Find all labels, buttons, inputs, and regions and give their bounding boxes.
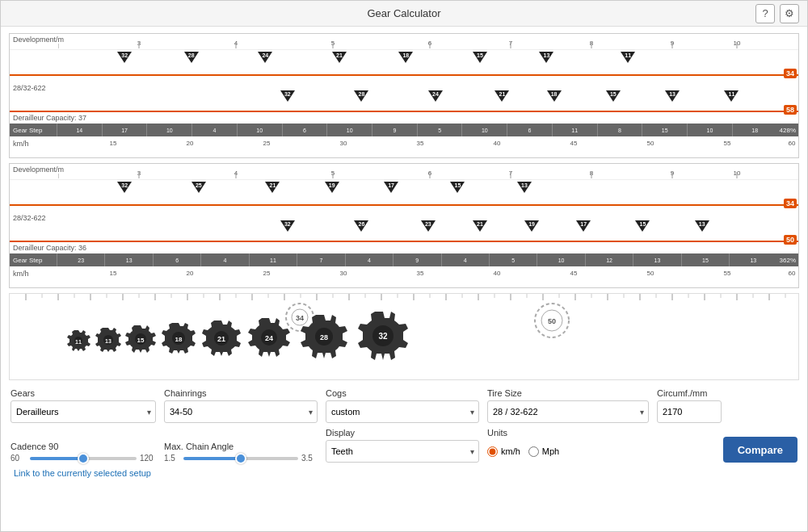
svg-text:55: 55	[724, 140, 731, 147]
cadence-slider-row: 60 120	[11, 454, 156, 463]
cogs-select[interactable]: custom 11-28 11-32	[326, 400, 479, 423]
kmh-label-2: km/h	[10, 270, 57, 278]
chainring-indicator-50: 50	[533, 302, 570, 339]
ruler-svg-2: 3 4 5 6 7 8 9 10 11	[58, 164, 798, 180]
chart-panel-2: Development/m 3 4 5 6 7 8 9	[9, 163, 799, 288]
mph-radio[interactable]	[528, 446, 539, 457]
dev-label-2: Development/m	[13, 165, 64, 174]
gears-label: Gears	[11, 388, 156, 398]
svg-text:30: 30	[340, 140, 347, 147]
compare-button[interactable]: Compare	[723, 437, 797, 463]
svg-text:30: 30	[340, 270, 347, 277]
cogs-select-wrapper: custom 11-28 11-32 ▾	[326, 400, 479, 423]
setup-link[interactable]: Link to the currently selected setup	[11, 467, 154, 480]
cog-18: 18	[162, 321, 196, 358]
svg-text:32: 32	[378, 332, 388, 341]
chart-panel-1: Development/m 3 4 5 6 7 8 9	[9, 33, 799, 158]
kmh-row-1: km/h 15 20 25 30 35 40 45 50 55 60	[10, 136, 798, 151]
svg-text:40: 40	[494, 270, 501, 277]
tire-select-wrapper: 28 / 32-622 25 / 32-622 ▾	[487, 400, 649, 423]
tire-select[interactable]: 28 / 32-622 25 / 32-622	[487, 400, 649, 423]
circumf-group: Circumf./mm	[657, 388, 722, 423]
chainrings-group: Chainrings 34-50 34-52 36-52 ▾	[164, 388, 318, 423]
svg-text:15: 15	[137, 337, 145, 344]
chain-angle-group: Max. Chain Angle 1.5 3.5	[164, 442, 318, 463]
cadence-label: Cadence 90	[11, 442, 156, 451]
kmh-svg-1: 15 20 25 30 35 40 45 50 55 60	[57, 136, 798, 150]
chainrings-select[interactable]: 34-50 34-52 36-52	[164, 400, 318, 423]
titlebar-icons: ? ⚙	[755, 4, 799, 23]
units-group: Units km/h Mph	[487, 428, 559, 463]
chainrings-label: Chainrings	[164, 388, 318, 398]
svg-text:50: 50	[647, 140, 654, 147]
cadence-slider[interactable]	[30, 457, 137, 460]
main-content: Development/m 3 4 5 6 7 8 9	[1, 27, 807, 531]
circumf-input[interactable]	[657, 400, 722, 423]
chainring-label-2: 28/32-622	[13, 214, 46, 222]
kmh-svg-2: 15 20 25 30 35 40 45 50 55 60	[57, 266, 798, 280]
derailleur-cap-2: Derailleur Capacity: 36	[13, 244, 86, 252]
top-markers-2: 32 25 21 19	[58, 182, 798, 206]
display-select-wrapper: Teeth Gear number Development ▾	[326, 440, 479, 463]
svg-text:28: 28	[320, 333, 328, 341]
gear-visual-area: // Generate tick marks via inline conten…	[9, 293, 799, 380]
svg-text:45: 45	[570, 270, 578, 277]
svg-text:11: 11	[75, 339, 82, 345]
top-tick-marks	[10, 294, 798, 304]
titlebar: Gear Calculator ? ⚙	[1, 1, 807, 27]
chainring-label-1: 28/32-622	[13, 84, 46, 92]
units-label: Units	[487, 428, 559, 438]
gears-select[interactable]: Derailleurs Single speed IGH	[11, 400, 156, 423]
chain-angle-slider-row: 1.5 3.5	[164, 454, 318, 463]
cog-21: 21	[202, 319, 241, 360]
kmh-row-2: km/h 15 20 25 30 35 40 45 50 55 60	[10, 266, 798, 281]
svg-text:24: 24	[265, 334, 273, 342]
svg-text:20: 20	[187, 140, 194, 147]
gear-step-label-1: Gear Step	[10, 127, 57, 134]
help-button[interactable]: ?	[755, 4, 775, 23]
cog-28: 28	[301, 313, 347, 362]
svg-text:35: 35	[417, 140, 424, 147]
tire-label: Tire Size	[487, 388, 649, 398]
chain-angle-slider[interactable]	[183, 457, 298, 460]
controls-row-2: Cadence 90 60 120 Max. Chain Angle 1.5 3…	[11, 428, 797, 463]
svg-text:25: 25	[263, 140, 271, 147]
cogs-group: Cogs custom 11-28 11-32 ▾	[326, 388, 479, 423]
cog-24: 24	[248, 316, 290, 361]
display-select[interactable]: Teeth Gear number Development	[326, 440, 479, 463]
gear-pct-1: 428%	[777, 127, 798, 134]
bottom-markers-2: 32 26 23 21	[58, 220, 798, 245]
svg-text:20: 20	[187, 270, 194, 277]
cog-13: 13	[95, 326, 122, 356]
svg-text:15: 15	[110, 270, 117, 277]
kmh-radio[interactable]	[487, 446, 498, 457]
svg-text:50: 50	[647, 270, 654, 277]
svg-text:40: 40	[494, 140, 501, 147]
kmh-radio-text: km/h	[501, 446, 520, 456]
chain-angle-max: 3.5	[301, 454, 318, 463]
svg-text:21: 21	[217, 335, 225, 343]
mph-radio-text: Mph	[542, 446, 559, 456]
mph-radio-label[interactable]: Mph	[528, 446, 559, 457]
settings-button[interactable]: ⚙	[780, 4, 799, 23]
chain-angle-label: Max. Chain Angle	[164, 442, 318, 451]
cadence-group: Cadence 90 60 120	[11, 442, 156, 463]
tire-group: Tire Size 28 / 32-622 25 / 32-622 ▾	[487, 388, 649, 423]
controls-section: Gears Derailleurs Single speed IGH ▾ Cha…	[9, 385, 799, 482]
svg-text:35: 35	[417, 270, 424, 277]
ruler-svg-1: 3 4 5 6 7 8 9 10 11	[58, 34, 798, 50]
svg-text:15: 15	[110, 140, 117, 147]
svg-text:13: 13	[105, 338, 112, 344]
display-label: Display	[326, 428, 479, 438]
kmh-radio-label[interactable]: km/h	[487, 446, 520, 457]
top-markers-1: 32 28 24 21	[58, 52, 798, 76]
svg-text:18: 18	[175, 336, 183, 343]
chainrings-select-wrapper: 34-50 34-52 36-52 ▾	[164, 400, 318, 423]
kmh-label-1: km/h	[10, 140, 57, 148]
compare-wrapper: Compare	[723, 437, 797, 463]
gear-pct-2: 362%	[777, 257, 798, 264]
cogs-label: Cogs	[326, 388, 479, 398]
dev-label-1: Development/m	[13, 36, 64, 44]
svg-text:25: 25	[263, 270, 271, 277]
link-row: Link to the currently selected setup	[11, 467, 797, 479]
